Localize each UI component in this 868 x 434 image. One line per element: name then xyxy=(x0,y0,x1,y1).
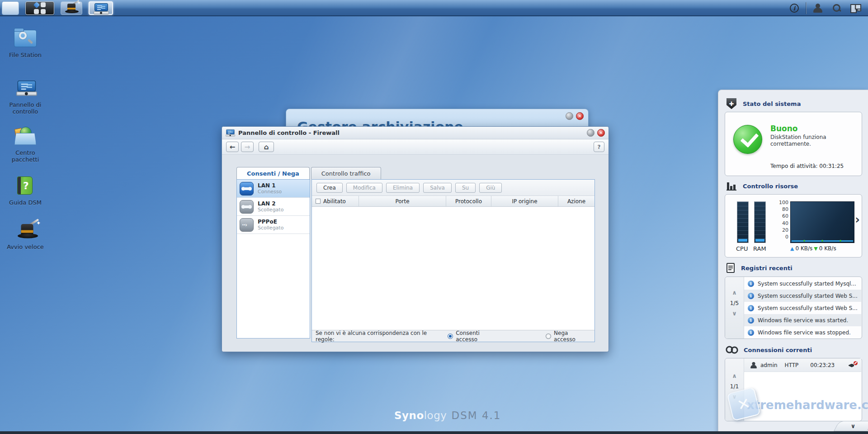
status-value: Buono xyxy=(770,124,798,133)
download-value: 0 KB/s xyxy=(819,245,836,252)
window-pannello-controllo-firewall[interactable]: Pannello di controllo - Firewall ✕ ← → ⌂… xyxy=(222,126,609,352)
info-icon: i xyxy=(790,4,799,13)
giu-button[interactable]: Giù xyxy=(479,183,502,193)
column-header-azione[interactable]: Azione xyxy=(558,196,594,206)
radio-nega-accesso[interactable] xyxy=(546,334,551,339)
resource-detail-arrow[interactable]: › xyxy=(855,213,860,226)
interface-name: LAN 1 xyxy=(258,181,307,189)
help-button[interactable]: ? xyxy=(594,142,604,152)
tab-bar: Consenti / Nega Controllo traffico xyxy=(236,167,382,179)
column-header-protocollo[interactable]: Protocollo xyxy=(446,196,491,206)
interface-status: Scollegato xyxy=(258,225,307,231)
screen-bottom-edge xyxy=(0,431,868,434)
rules-table-body-empty xyxy=(312,207,594,330)
minimize-button[interactable] xyxy=(566,112,573,120)
window-title: Pannello di controllo - Firewall xyxy=(238,129,587,136)
taskbar-divider xyxy=(806,2,807,14)
widget-title: Registri recenti xyxy=(741,265,793,272)
log-row: i Windows file service was started. xyxy=(744,314,861,326)
pilot-view-button[interactable] xyxy=(846,1,865,15)
list-item-lan1[interactable]: LAN 1 Connesso xyxy=(237,180,310,198)
taskbar: ✦ i xyxy=(0,0,868,16)
log-row: i System successfully started Web S... xyxy=(744,290,861,302)
back-button[interactable]: ← xyxy=(226,142,239,152)
close-button[interactable]: ✕ xyxy=(576,112,584,120)
status-description: DiskStation funziona correttamente. xyxy=(770,134,852,148)
column-header-porte[interactable]: Porte xyxy=(359,196,446,206)
log-row: i Windows file service was stopped. xyxy=(744,326,861,339)
ram-gauge xyxy=(754,201,766,243)
elimina-button[interactable]: Elimina xyxy=(386,183,420,193)
user-icon xyxy=(813,4,823,13)
desktop-icon-label: Avvio veloce xyxy=(2,243,49,250)
interface-status: Scollegato xyxy=(258,207,307,213)
recent-logs-panel: ∧ 1/5 ∨ i System successfully started My… xyxy=(725,277,862,339)
status-ok-icon xyxy=(733,125,762,154)
salva-button[interactable]: Salva xyxy=(423,183,452,193)
tab-controllo-traffico[interactable]: Controllo traffico xyxy=(311,167,381,179)
modifica-button[interactable]: Modifica xyxy=(346,183,382,193)
close-button[interactable]: ✕ xyxy=(597,129,605,137)
xtremehardware-watermark: xtremehardware.com xyxy=(747,398,868,412)
info-icon: i xyxy=(748,293,754,299)
search-button[interactable] xyxy=(827,1,846,15)
pager-up-icon[interactable]: ∧ xyxy=(725,370,744,382)
desktop-icon-label: File Station xyxy=(2,52,49,58)
pager-down-icon[interactable]: ∨ xyxy=(725,308,744,320)
select-all-checkbox[interactable] xyxy=(316,199,321,204)
system-status-panel: Buono DiskStation funziona correttamente… xyxy=(725,112,862,176)
taskbar-app-avvio-veloce[interactable]: ✦ xyxy=(61,1,82,15)
network-speed: ▲ 0 KB/s ▼ 0 KB/s xyxy=(790,245,836,252)
info-icon: i xyxy=(748,329,754,336)
interface-status: Connesso xyxy=(258,189,307,195)
radio-consenti-label: Consenti accesso xyxy=(456,330,502,343)
home-button[interactable]: ⌂ xyxy=(259,142,274,152)
titlebar[interactable]: Pannello di controllo - Firewall ✕ xyxy=(222,127,609,139)
info-icon: i xyxy=(748,317,754,324)
user-menu-button[interactable] xyxy=(808,1,827,15)
desktop-icon-file-station[interactable]: File Station xyxy=(2,28,49,58)
desktop-icon-guida-dsm[interactable]: ? Guida DSM xyxy=(2,176,49,206)
sidebar-collapse-tab[interactable]: ∨ xyxy=(834,421,868,431)
column-header-abilitato[interactable]: Abilitato xyxy=(312,196,359,206)
list-item-pppoe[interactable]: ··› PPPoE Scollegato xyxy=(237,216,310,234)
crea-button[interactable]: Crea xyxy=(316,183,343,193)
radio-consenti-accesso[interactable] xyxy=(448,334,453,339)
tab-consenti-nega[interactable]: Consenti / Nega xyxy=(236,167,310,179)
minimize-button[interactable] xyxy=(587,129,594,137)
connection-time: 00:23:23 xyxy=(810,362,835,368)
user-icon xyxy=(750,362,757,368)
interface-name: PPPoE xyxy=(258,218,307,225)
upload-value: 0 KB/s xyxy=(795,245,812,252)
ram-label: RAM xyxy=(753,245,766,252)
list-item-lan2[interactable]: LAN 2 Scollegato xyxy=(237,198,310,216)
system-info-button[interactable]: i xyxy=(785,1,804,15)
pager-up-icon[interactable]: ∧ xyxy=(725,287,744,299)
interface-name: LAN 2 xyxy=(258,200,307,207)
control-panel-icon xyxy=(94,3,109,15)
log-row: i System successfully started Mysql... xyxy=(744,277,861,290)
interface-list: LAN 1 Connesso LAN 2 Scollegato ··› PPPo… xyxy=(236,179,310,339)
widget-title: Stato del sistema xyxy=(743,100,801,107)
connection-protocol: HTTP xyxy=(785,362,799,368)
main-menu-icon xyxy=(34,2,46,14)
desktop-icon-pannello-controllo[interactable]: Pannello di controllo xyxy=(2,78,49,115)
su-button[interactable]: Su xyxy=(455,183,476,193)
column-header-ip-origine[interactable]: IP origine xyxy=(491,196,558,206)
show-desktop-button[interactable] xyxy=(2,1,19,15)
disconnect-icon[interactable] xyxy=(849,362,857,368)
desktop-icon-avvio-veloce[interactable]: ✦ Avvio veloce xyxy=(2,220,49,250)
desktop-icon-centro-pacchetti[interactable]: Centro pacchetti xyxy=(2,126,49,163)
dsm-watermark: SynologyDSM 4.1 xyxy=(394,410,501,421)
forward-button[interactable]: → xyxy=(241,142,254,152)
magic-hat-icon: ✦ xyxy=(13,220,38,241)
default-policy-bar: Se non vi è alcuna corrispondenza con le… xyxy=(312,330,594,342)
radio-nega-label: Nega accesso xyxy=(554,330,591,343)
taskbar-app-pannello-controllo-active[interactable] xyxy=(89,1,113,15)
desktop: ✦ i Fil xyxy=(0,0,868,434)
desktop-icon-label: Pannello di controllo xyxy=(2,101,49,115)
widget-sidebar: ✚ Stato del sistema Buono DiskStation fu… xyxy=(718,90,868,432)
main-menu-button[interactable] xyxy=(25,1,54,15)
bar-chart-icon xyxy=(726,181,736,191)
rules-table-header: Abilitato Porte Protocollo IP origine Az… xyxy=(312,196,594,207)
